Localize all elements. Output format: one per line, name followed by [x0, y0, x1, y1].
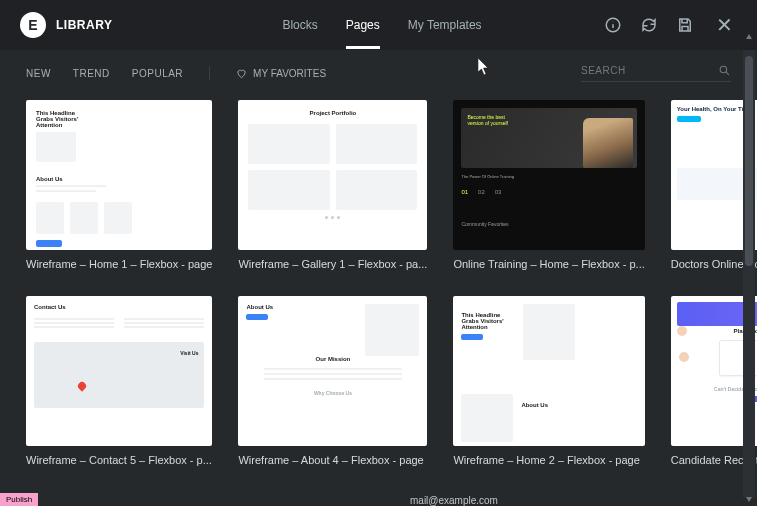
- close-icon[interactable]: ✕: [712, 13, 737, 37]
- template-card[interactable]: Project Portfolio Wireframe – Gallery 1 …: [238, 100, 427, 270]
- thumb-sub: The Power Of Online Training: [461, 174, 636, 179]
- thumb-headline: Become the best version of yourself: [467, 114, 517, 126]
- tab-pages[interactable]: Pages: [346, 1, 380, 49]
- save-icon[interactable]: [676, 16, 694, 34]
- template-thumb: Contact Us Visit Us: [26, 296, 212, 446]
- thumb-headline: This Headline Grabs Visitors' Attention: [36, 110, 91, 128]
- filter-new[interactable]: NEW: [26, 68, 51, 79]
- filter-bar: NEW TREND POPULAR MY FAVORITES: [0, 50, 757, 92]
- filter-popular[interactable]: POPULAR: [132, 68, 183, 79]
- scrollbar[interactable]: [743, 50, 755, 498]
- template-title: Wireframe – About 4 – Flexbox - page: [238, 454, 427, 466]
- templates-grid: This Headline Grabs Visitors' Attention …: [26, 100, 731, 466]
- elementor-logo-icon: E: [20, 12, 46, 38]
- info-icon[interactable]: [604, 16, 622, 34]
- thumb-num: 01: [461, 189, 468, 195]
- template-title: Wireframe – Home 1 – Flexbox - page: [26, 258, 212, 270]
- header-actions: ✕: [604, 13, 737, 37]
- publish-button-ghost: Publish: [0, 493, 38, 506]
- favorites-label: MY FAVORITES: [253, 68, 326, 79]
- thumb-about: About Us: [36, 176, 202, 182]
- template-card[interactable]: This Headline Grabs Visitors' Attention …: [26, 100, 212, 270]
- search-icon: [718, 64, 731, 77]
- refresh-icon[interactable]: [640, 16, 658, 34]
- filter-trend[interactable]: TREND: [73, 68, 110, 79]
- template-thumb: Become the best version of yourself The …: [453, 100, 644, 250]
- thumb-headline: Project Portfolio: [248, 110, 417, 116]
- header-tabs: Blocks Pages My Templates: [282, 1, 481, 49]
- search-field[interactable]: [581, 64, 731, 82]
- library-title: LIBRARY: [56, 18, 112, 32]
- template-thumb: This Headline Grabs Visitors' Attention …: [453, 296, 644, 446]
- thumb-mission: Our Mission: [246, 356, 419, 362]
- template-thumb: This Headline Grabs Visitors' Attention …: [26, 100, 212, 250]
- template-thumb: Project Portfolio: [238, 100, 427, 250]
- template-thumb: About Us Our Mission Why Choose Us: [238, 296, 427, 446]
- scroll-up-icon[interactable]: [746, 34, 752, 39]
- search-input[interactable]: [581, 65, 708, 76]
- template-title: Wireframe – Contact 5 – Flexbox - p...: [26, 454, 212, 466]
- scroll-down-icon[interactable]: [746, 497, 752, 502]
- thumb-headline: This Headline Grabs Visitors' Attention: [461, 312, 515, 330]
- template-title: Online Training – Home – Flexbox - p...: [453, 258, 644, 270]
- template-card[interactable]: This Headline Grabs Visitors' Attention …: [453, 296, 644, 466]
- thumb-sec: Community Favorites: [461, 221, 636, 227]
- email-ghost: mail@example.com: [410, 495, 498, 506]
- filter-favorites[interactable]: MY FAVORITES: [236, 68, 326, 79]
- thumb-num: 03: [495, 189, 502, 195]
- scrollbar-thumb[interactable]: [745, 56, 753, 266]
- tab-blocks[interactable]: Blocks: [282, 1, 317, 49]
- thumb-about: About Us: [521, 402, 548, 408]
- thumb-headline: Contact Us: [34, 304, 204, 310]
- thumb-visit: Visit Us: [180, 350, 198, 356]
- template-card[interactable]: About Us Our Mission Why Choose Us Wiref…: [238, 296, 427, 466]
- template-card[interactable]: Become the best version of yourself The …: [453, 100, 644, 270]
- thumb-num: 02: [478, 189, 485, 195]
- template-card[interactable]: Contact Us Visit Us Wireframe – Contact …: [26, 296, 212, 466]
- thumb-why: Why Choose Us: [246, 390, 419, 396]
- logo: E LIBRARY: [20, 12, 112, 38]
- template-title: Wireframe – Gallery 1 – Flexbox - pa...: [238, 258, 427, 270]
- tab-my-templates[interactable]: My Templates: [408, 1, 482, 49]
- templates-scroll[interactable]: This Headline Grabs Visitors' Attention …: [0, 92, 757, 506]
- library-header: E LIBRARY Blocks Pages My Templates ✕: [0, 0, 757, 50]
- background-editor: Publish mail@example.com: [0, 493, 38, 506]
- heart-icon: [236, 68, 247, 79]
- filter-divider: [209, 66, 210, 80]
- template-title: Wireframe – Home 2 – Flexbox - page: [453, 454, 644, 466]
- svg-point-1: [720, 66, 727, 73]
